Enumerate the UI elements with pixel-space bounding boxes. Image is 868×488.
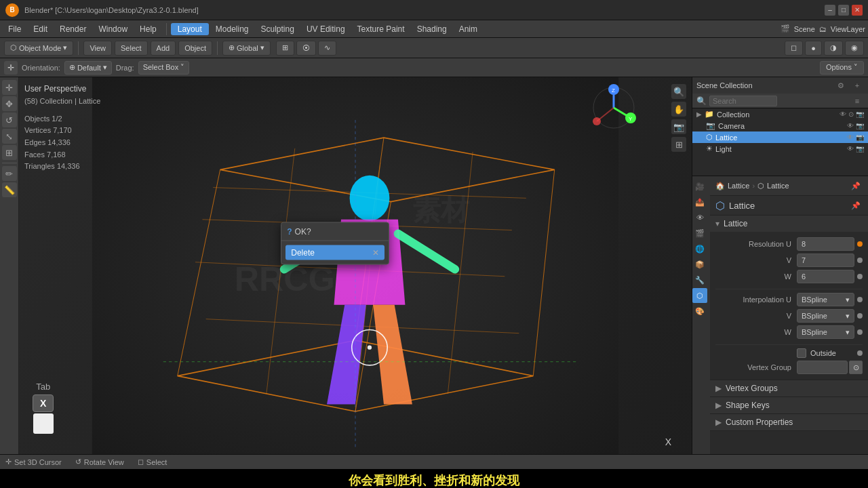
object-btn[interactable]: Object xyxy=(178,41,212,56)
res-w-input[interactable]: 6 xyxy=(797,270,854,283)
workspace-texture-paint[interactable]: Texture Paint xyxy=(352,23,410,35)
mode-dropdown[interactable]: ⬡ Object Mode ▾ xyxy=(4,41,73,56)
vertex-group-picker[interactable]: ⊙ xyxy=(849,361,863,374)
workspace-uv-editing[interactable]: UV Editing xyxy=(301,23,351,35)
workspace-layout[interactable]: Layout xyxy=(171,23,209,35)
outside-dot[interactable] xyxy=(857,350,863,356)
interp-v-dot[interactable] xyxy=(857,313,863,319)
measure-tool[interactable]: 📏 xyxy=(2,182,17,197)
light-cam-icon[interactable]: 📷 xyxy=(856,145,864,152)
workspace-modeling[interactable]: Modeling xyxy=(210,23,254,35)
interp-w-dropdown[interactable]: BSpline ▾ xyxy=(797,325,854,339)
viewport-gizmo[interactable]: Z Y xyxy=(590,84,637,131)
prop-world-icon[interactable]: 🌐 xyxy=(692,241,707,256)
prop-view-icon[interactable]: 👁 xyxy=(692,210,707,225)
prop-scene-icon[interactable]: 🎬 xyxy=(692,226,707,241)
outside-checkbox[interactable] xyxy=(797,348,806,358)
cam-cam-icon[interactable]: 📷 xyxy=(856,122,864,129)
outliner-item-light[interactable]: ☀ Light 👁 📷 xyxy=(692,143,868,155)
pin-icon[interactable]: 📌 xyxy=(849,179,863,192)
delete-button[interactable]: Delete ✕ xyxy=(285,245,384,260)
grid-icon[interactable]: ⊞ xyxy=(671,137,686,152)
interp-v-dropdown[interactable]: BSpline ▾ xyxy=(797,309,854,323)
extra-btn[interactable]: ∿ xyxy=(318,41,336,56)
camera-icon[interactable]: 📷 xyxy=(671,119,686,134)
rotate-tool[interactable]: ↺ xyxy=(2,113,17,127)
outliner-item-lattice[interactable]: ⬡ Lattice 👁 📷 xyxy=(692,131,868,143)
select-item[interactable]: ◻ Select xyxy=(138,458,167,466)
workspace-sculpting[interactable]: Sculpting xyxy=(256,23,300,35)
workspace-shading[interactable]: Shading xyxy=(412,23,452,35)
res-v-dot[interactable] xyxy=(857,258,863,263)
cursor-tool[interactable]: ✛ xyxy=(2,80,17,95)
solid-btn[interactable]: ● xyxy=(805,41,822,56)
view-btn[interactable]: View xyxy=(83,41,112,56)
close-button[interactable]: ✕ xyxy=(852,5,863,16)
res-w-dot[interactable] xyxy=(857,274,863,279)
rendered-btn[interactable]: ◉ xyxy=(845,41,864,56)
custom-props-header[interactable]: ▶ Custom Properties xyxy=(710,414,868,430)
filter-icon[interactable]: ⚙ xyxy=(834,79,848,92)
orientation-dropdown[interactable]: ⊕ Default ▾ xyxy=(64,61,112,75)
global-dropdown[interactable]: ⊕ Global ▾ xyxy=(222,41,271,56)
material-btn[interactable]: ◑ xyxy=(824,41,843,56)
hand-icon[interactable]: ✋ xyxy=(671,102,686,117)
menu-render[interactable]: Render xyxy=(54,23,92,35)
scale-tool[interactable]: ⤡ xyxy=(2,129,17,144)
workspace-anim[interactable]: Anim xyxy=(454,23,483,35)
wireframe-btn[interactable]: ◻ xyxy=(785,41,803,56)
select-btn[interactable]: Select xyxy=(115,41,148,56)
transform-icon[interactable]: ✛ xyxy=(4,61,18,75)
interp-w-dot[interactable] xyxy=(857,329,863,335)
lattice-section-header[interactable]: ▾ Lattice xyxy=(710,216,868,232)
menu-edit[interactable]: Edit xyxy=(28,23,53,35)
col-vis-icon[interactable]: 👁 xyxy=(840,110,846,118)
outliner-item-camera[interactable]: 📷 Camera 👁 📷 xyxy=(692,120,868,131)
col-sel-icon[interactable]: ⊙ xyxy=(848,110,854,118)
filter-btn[interactable]: ≡ xyxy=(850,94,864,108)
light-vis-icon[interactable]: 👁 xyxy=(847,145,854,152)
maximize-button[interactable]: □ xyxy=(838,5,849,16)
zoom-icon[interactable]: 🔍 xyxy=(671,84,686,99)
annotate-tool[interactable]: ✏ xyxy=(2,166,17,181)
breadcrumb-lattice1[interactable]: Lattice xyxy=(728,182,749,190)
prop-object-icon[interactable]: 📦 xyxy=(692,257,707,272)
select-box-dropdown[interactable]: Select Box ˅ xyxy=(138,61,190,75)
vertex-group-input[interactable] xyxy=(797,361,848,374)
breadcrumb-lattice2[interactable]: Lattice xyxy=(767,182,789,190)
menu-window[interactable]: Window xyxy=(93,23,133,35)
add-btn[interactable]: Add xyxy=(151,41,176,56)
interp-u-dropdown[interactable]: BSpline ▾ xyxy=(797,293,854,306)
viewport-3d[interactable]: RRCG 素材 User Perspective (58) Collection… xyxy=(19,77,692,454)
snap-btn[interactable]: ⊞ xyxy=(276,41,294,56)
shape-keys-header[interactable]: ▶ Shape Keys xyxy=(710,397,868,413)
cam-vis-icon[interactable]: 👁 xyxy=(847,122,854,129)
lat-cam-icon[interactable]: 📷 xyxy=(856,134,864,141)
prop-material-icon[interactable]: 🎨 xyxy=(692,304,707,319)
menu-file[interactable]: File xyxy=(3,23,26,35)
prop-btn[interactable]: ⦿ xyxy=(296,41,316,56)
prop-modifier-icon[interactable]: 🔧 xyxy=(692,272,707,287)
add-icon[interactable]: + xyxy=(850,79,864,92)
minimize-button[interactable]: – xyxy=(825,5,835,16)
prop-pin-icon[interactable]: 📌 xyxy=(849,199,863,212)
prop-render-icon[interactable]: 🎥 xyxy=(692,179,707,194)
transform-tool[interactable]: ⊞ xyxy=(2,145,17,160)
lat-vis-icon[interactable]: 👁 xyxy=(847,134,854,141)
prop-output-icon[interactable]: 📤 xyxy=(692,195,707,209)
menu-help[interactable]: Help xyxy=(134,23,162,35)
res-u-dot[interactable] xyxy=(857,241,863,247)
move-tool[interactable]: ✥ xyxy=(2,96,17,111)
outliner-item-collection[interactable]: ▶ 📁 Collection 👁 ⊙ 📷 xyxy=(692,108,868,120)
options-button[interactable]: Options ˅ xyxy=(820,61,864,75)
delete-close-icon[interactable]: ✕ xyxy=(372,247,379,257)
prop-data-icon[interactable]: ⬡ xyxy=(692,288,707,303)
col-cam-icon[interactable]: 📷 xyxy=(856,110,864,118)
res-v-input[interactable]: 7 xyxy=(797,253,854,267)
interp-u-dot[interactable] xyxy=(857,297,863,302)
search-input[interactable] xyxy=(709,96,777,106)
res-u-input[interactable]: 8 xyxy=(797,237,854,251)
set-3d-cursor[interactable]: ✛ Set 3D Cursor xyxy=(5,458,62,466)
vertex-groups-header[interactable]: ▶ Vertex Groups xyxy=(710,380,868,396)
rotate-view[interactable]: ↺ Rotate View xyxy=(75,458,124,466)
